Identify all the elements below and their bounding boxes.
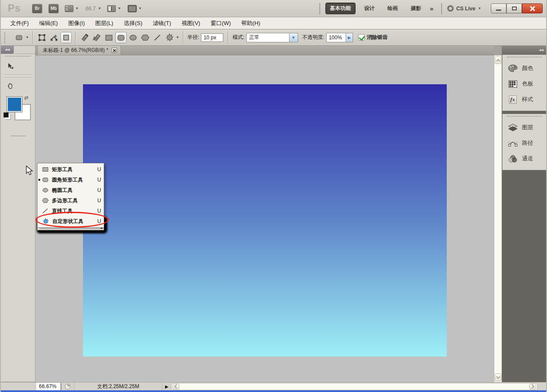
arrange-documents-button[interactable]: ▼ [107,5,121,12]
custom-shape-tool-button[interactable] [164,32,175,43]
window-controls [491,3,543,13]
flyout-item-rectangle-tool[interactable]: 矩形工具 U [38,164,104,175]
rounded-rectangle-tool-button[interactable] [115,32,127,43]
menu-edit[interactable]: 编辑(E) [34,18,63,29]
move-tool[interactable] [3,60,18,73]
workspace-overflow-button[interactable]: » [430,5,433,12]
mode-select[interactable]: 正常 ▼ [246,33,298,42]
close-button[interactable] [522,3,543,13]
restore-icon [512,6,517,10]
menu-file[interactable]: 文件(F) [5,18,34,29]
scrollbar-top-spacer [494,46,502,55]
scroll-down-button[interactable] [495,373,501,381]
opacity-slider-button[interactable]: ▶ [346,33,353,42]
scroll-up-button[interactable] [495,56,501,64]
fill-pixels-mode-button[interactable] [60,32,72,43]
color-swatches: ⇄ [1,95,35,130]
tab-close-icon[interactable] [111,48,117,53]
chevron-down-icon: ▼ [289,33,298,42]
ps-logo: Ps [8,3,21,14]
panel-label-layers: 图层 [522,124,533,131]
workspace-painting-button[interactable]: 绘画 [383,3,402,14]
menu-layer[interactable]: 图层(L) [90,18,118,29]
scroll-right-button[interactable] [529,384,536,389]
panel-grip[interactable] [507,57,542,60]
right-panel-dock: ◀◀ 颜色 色板 fx 样式 [502,46,546,382]
polygon-icon [42,198,49,204]
cs-live-button[interactable]: CS Live ▼ [447,5,481,12]
panel-button-styles[interactable]: fx 样式 [502,92,546,107]
workspace-photography-button[interactable]: 摄影 [407,3,426,14]
freeform-pen-tool-button[interactable] [91,32,102,43]
panel-button-swatches[interactable]: 色板 [502,76,546,92]
menu-view[interactable]: 视图(V) [176,18,205,29]
screen-mode-button[interactable]: ▼ [128,5,142,12]
status-menu-button[interactable]: ▶ [165,384,169,389]
panel-button-paths[interactable]: 路径 [502,135,546,151]
panel-button-layers[interactable]: 图层 [502,120,546,135]
flyout-item-ellipse-tool[interactable]: 椭圆工具 U [38,185,104,195]
launch-mini-bridge-button[interactable]: Mb [48,4,59,13]
polygon-icon [141,33,149,42]
line-tool-button[interactable] [152,32,163,43]
status-zoom-input[interactable]: 66.67% [36,383,61,390]
panel-button-color[interactable]: 颜色 [502,61,546,76]
vertical-scroll-track[interactable] [494,55,502,382]
horizontal-scrollbar[interactable] [171,383,537,390]
freeform-pen-icon [92,33,101,42]
divider [11,136,25,136]
paths-icon [508,138,518,148]
restore-button[interactable] [506,3,522,13]
hand-tool[interactable] [3,79,18,92]
chevron-down-icon: ▼ [176,35,179,39]
line-icon [42,208,49,214]
minimize-button[interactable] [491,3,506,13]
divider [441,3,442,14]
shape-layers-icon [38,34,46,41]
flyout-item-custom-shape-tool[interactable]: 自定形状工具 U [38,216,104,226]
zoom-level-control[interactable]: 66.7 ▼ [86,6,101,12]
foreground-color-swatch[interactable] [7,97,22,112]
view-extras-button[interactable]: ▼ [65,5,79,12]
menu-filter[interactable]: 滤镜(T) [147,18,176,29]
pen-tool-button[interactable] [79,32,90,43]
flyout-item-rounded-rectangle-tool[interactable]: 圆角矩形工具 U [38,175,104,185]
opacity-input[interactable]: 100% [326,33,346,42]
workspace-basic-button[interactable]: 基本功能 [325,3,356,14]
dock-empty-area [502,170,546,382]
document-tab-title: 未标题-1 @ 66.7%(RGB/8) * [43,47,108,54]
radius-input[interactable]: 10 px [201,33,223,42]
vertical-scrollbar[interactable] [494,46,502,382]
document-size-info: 文档:2.25M/2.25M [74,382,162,390]
panel-button-channels[interactable]: 通道 [502,151,546,166]
shape-layers-mode-button[interactable] [36,32,48,43]
polygon-tool-button[interactable] [140,32,151,43]
layers-icon [508,123,518,132]
chevron-down-icon: ▼ [75,6,79,10]
document-tab[interactable]: 未标题-1 @ 66.7%(RGB/8) * [37,45,121,55]
flyout-item-line-tool[interactable]: 直线工具 U [38,206,104,216]
swap-colors-icon[interactable]: ⇄ [24,95,28,101]
menu-select[interactable]: 选择(S) [118,18,147,29]
flyout-item-polygon-tool[interactable]: 多边形工具 U [38,195,104,206]
styles-fx-icon: fx [508,95,518,104]
tool-preset-picker[interactable] [13,32,25,43]
menu-image[interactable]: 图像(I) [63,18,90,29]
panel-grip[interactable] [507,116,542,119]
launch-bridge-button[interactable]: Br [32,4,42,13]
default-colors-icon[interactable] [3,112,9,118]
paths-mode-button[interactable] [48,32,60,43]
dock-collapse-button[interactable]: ◀◀ [502,46,546,54]
antialias-checkbox[interactable] [358,34,365,41]
menu-window[interactable]: 窗口(W) [205,18,236,29]
canvas[interactable] [83,84,447,357]
rectangle-tool-button[interactable] [103,32,114,43]
ellipse-tool-button[interactable] [127,32,139,43]
panel-grip[interactable] [5,56,31,59]
rounded-rectangle-icon [117,33,125,42]
cs-live-icon [447,5,454,12]
workspace-design-button[interactable]: 设计 [360,3,379,14]
toolbar-collapse-button[interactable]: ◀◀ [1,46,14,54]
scroll-left-button[interactable] [172,384,179,389]
menu-help[interactable]: 帮助(H) [236,18,265,29]
